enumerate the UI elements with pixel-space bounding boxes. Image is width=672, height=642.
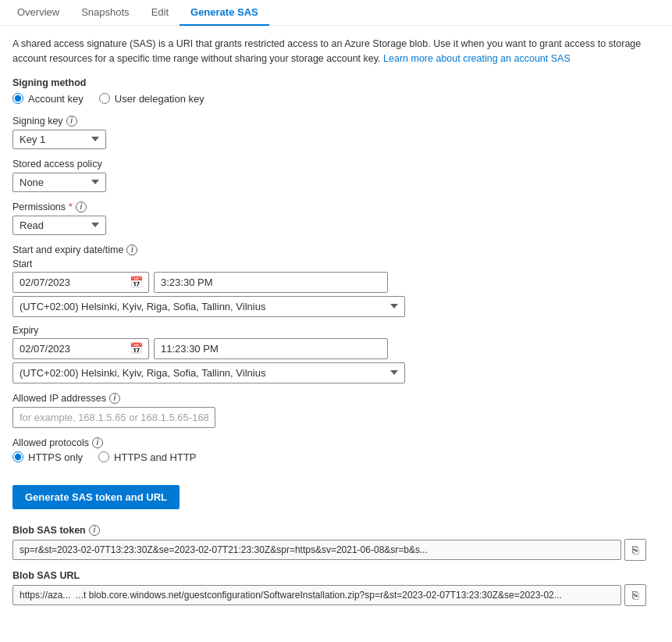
stored-access-policy-group: Stored access policy None: [12, 159, 660, 192]
permissions-info-icon[interactable]: i: [76, 202, 87, 212]
blob-sas-token-group: Blob SAS token i ⎘: [12, 525, 660, 561]
permissions-label: Permissions: [12, 202, 66, 212]
https-http-option[interactable]: HTTPS and HTTP: [98, 451, 196, 463]
signing-method-group: Signing method Account key User delegati…: [12, 77, 660, 105]
blob-sas-token-info-icon[interactable]: i: [89, 525, 100, 536]
blob-sas-url-row: ⎘: [12, 584, 660, 606]
expiry-datetime-row: 📅: [12, 338, 660, 359]
blob-sas-token-label: Blob SAS token: [12, 525, 86, 536]
start-expiry-label: Start and expiry date/time: [12, 244, 123, 255]
user-delegation-key-radio[interactable]: [99, 93, 110, 104]
start-time-input[interactable]: [154, 272, 388, 293]
user-delegation-key-option[interactable]: User delegation key: [99, 93, 204, 105]
permissions-group: Permissions * i Read Add Create Write De…: [12, 202, 660, 235]
start-expiry-group: Start and expiry date/time i Start 📅 (UT…: [12, 244, 660, 383]
account-key-radio[interactable]: [12, 93, 23, 104]
generate-sas-button[interactable]: Generate SAS token and URL: [12, 485, 180, 509]
blob-sas-token-label-row: Blob SAS token i: [12, 525, 660, 536]
allowed-protocols-label: Allowed protocols: [12, 437, 89, 448]
https-only-label: HTTPS only: [28, 451, 83, 463]
expiry-timezone-select[interactable]: (UTC+02:00) Helsinki, Kyiv, Riga, Sofia,…: [12, 362, 405, 383]
start-date-input[interactable]: [12, 272, 149, 293]
signing-key-group: Signing key i Key 1 Key 2: [12, 116, 660, 149]
https-http-radio[interactable]: [98, 451, 109, 462]
expiry-date-wrap: 📅: [12, 338, 149, 359]
account-key-option[interactable]: Account key: [12, 93, 84, 105]
tab-edit[interactable]: Edit: [140, 0, 180, 26]
expiry-timezone-wrap: (UTC+02:00) Helsinki, Kyiv, Riga, Sofia,…: [12, 362, 660, 383]
start-date-wrap: 📅: [12, 272, 149, 293]
blob-sas-token-input[interactable]: [12, 540, 621, 560]
expiry-date-input[interactable]: [12, 338, 149, 359]
start-timezone-wrap: (UTC+02:00) Helsinki, Kyiv, Riga, Sofia,…: [12, 296, 660, 317]
permissions-label-row: Permissions * i: [12, 202, 660, 212]
account-key-label: Account key: [28, 93, 84, 105]
signing-key-info-icon[interactable]: i: [66, 116, 77, 127]
expiry-sublabel: Expiry: [12, 325, 660, 336]
blob-sas-url-label: Blob SAS URL: [12, 570, 660, 581]
start-expiry-info-icon[interactable]: i: [126, 244, 137, 255]
blob-sas-url-group: Blob SAS URL ⎘: [12, 570, 660, 606]
copy-sas-url-button[interactable]: ⎘: [624, 584, 646, 606]
start-sublabel: Start: [12, 259, 660, 269]
learn-more-link[interactable]: Learn more about creating an account SAS: [383, 53, 571, 64]
main-content: A shared access signature (SAS) is a URI…: [0, 26, 672, 626]
permissions-required: *: [69, 202, 73, 212]
allowed-ip-label-row: Allowed IP addresses i: [12, 393, 660, 404]
stored-access-policy-select[interactable]: None: [12, 173, 106, 192]
stored-access-policy-label: Stored access policy: [12, 159, 660, 169]
allowed-ip-group: Allowed IP addresses i: [12, 393, 660, 428]
permissions-select[interactable]: Read Add Create Write Delete List: [12, 216, 106, 235]
user-delegation-key-label: User delegation key: [115, 93, 204, 105]
signing-key-select[interactable]: Key 1 Key 2: [12, 130, 106, 149]
tab-snapshots[interactable]: Snapshots: [70, 0, 140, 26]
https-http-label: HTTPS and HTTP: [114, 451, 196, 463]
description-text: A shared access signature (SAS) is a URI…: [12, 37, 660, 66]
allowed-protocols-info-icon[interactable]: i: [92, 437, 103, 448]
allowed-ip-info-icon[interactable]: i: [109, 393, 120, 404]
signing-key-label-row: Signing key i: [12, 116, 660, 127]
copy-sas-token-button[interactable]: ⎘: [624, 539, 646, 561]
tab-bar: Overview Snapshots Edit Generate SAS: [0, 0, 672, 26]
start-timezone-select[interactable]: (UTC+02:00) Helsinki, Kyiv, Riga, Sofia,…: [12, 296, 405, 317]
blob-sas-url-input[interactable]: [12, 585, 621, 605]
allowed-protocols-group: Allowed protocols i HTTPS only HTTPS and…: [12, 437, 660, 463]
expiry-time-input[interactable]: [154, 338, 388, 359]
allowed-ip-label: Allowed IP addresses: [12, 393, 106, 404]
https-only-option[interactable]: HTTPS only: [12, 451, 83, 463]
allowed-ip-input[interactable]: [12, 407, 215, 428]
protocols-radio-group: HTTPS only HTTPS and HTTP: [12, 451, 660, 463]
signing-key-label: Signing key: [12, 116, 63, 127]
tab-generate-sas[interactable]: Generate SAS: [180, 0, 269, 26]
https-only-radio[interactable]: [12, 451, 23, 462]
tab-overview[interactable]: Overview: [6, 0, 70, 26]
start-datetime-row: 📅: [12, 272, 660, 293]
allowed-protocols-label-row: Allowed protocols i: [12, 437, 660, 448]
start-expiry-label-row: Start and expiry date/time i: [12, 244, 660, 255]
blob-sas-token-row: ⎘: [12, 539, 660, 561]
signing-method-radio-group: Account key User delegation key: [12, 93, 660, 105]
signing-method-label: Signing method: [12, 77, 660, 88]
